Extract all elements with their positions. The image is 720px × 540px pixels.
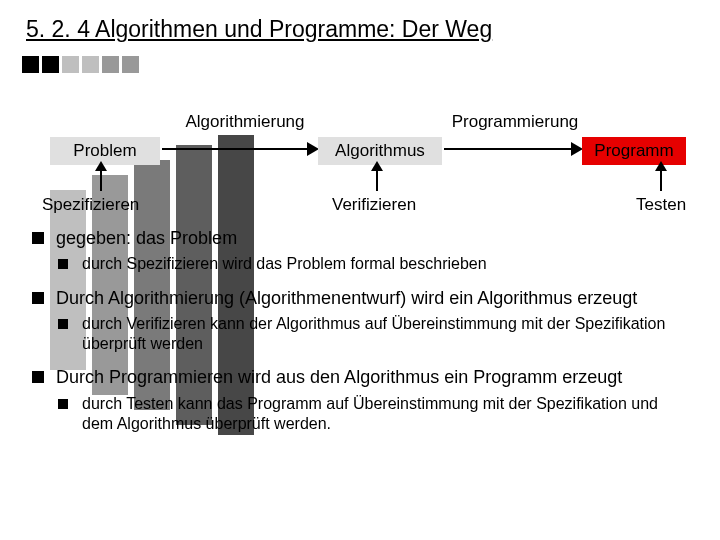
bullet-1a: durch Spezifizieren wird das Problem for… [56, 254, 690, 274]
node-programm: Programm [582, 137, 686, 165]
bullet-2: Durch Algorithmierung (Algorithmenentwur… [30, 287, 690, 355]
decoration-squares [22, 56, 139, 73]
up-arrow-verifizieren [376, 167, 378, 191]
bullet-3a: durch Testen kann das Programm auf Übere… [56, 394, 690, 435]
bullet-2a: durch Verifizieren kann der Algorithmus … [56, 314, 690, 355]
bullet-3-text: Durch Programmieren wird aus den Algorit… [56, 367, 622, 387]
up-arrow-spezifizieren [100, 167, 102, 191]
edge-label-programmierung: Programmierung [445, 112, 585, 132]
sub-label-verifizieren: Verifizieren [332, 195, 416, 215]
bullet-3: Durch Programmieren wird aus den Algorit… [30, 366, 690, 434]
bullet-2-text: Durch Algorithmierung (Algorithmenentwur… [56, 288, 637, 308]
up-arrow-testen [660, 167, 662, 191]
edge-label-algorithmierung: Algorithmierung [170, 112, 320, 132]
sub-label-spezifizieren: Spezifizieren [42, 195, 139, 215]
arrow-line-1 [162, 148, 310, 150]
bullet-1: gegeben: das Problem durch Spezifizieren… [30, 227, 690, 275]
arrow-line-2 [444, 148, 574, 150]
bullet-content: gegeben: das Problem durch Spezifizieren… [0, 227, 720, 434]
bullet-1-text: gegeben: das Problem [56, 228, 237, 248]
sub-label-testen: Testen [636, 195, 686, 215]
process-diagram: Algorithmierung Programmierung Problem A… [0, 87, 720, 227]
slide-title: 5. 2. 4 Algorithmen und Programme: Der W… [0, 0, 720, 57]
